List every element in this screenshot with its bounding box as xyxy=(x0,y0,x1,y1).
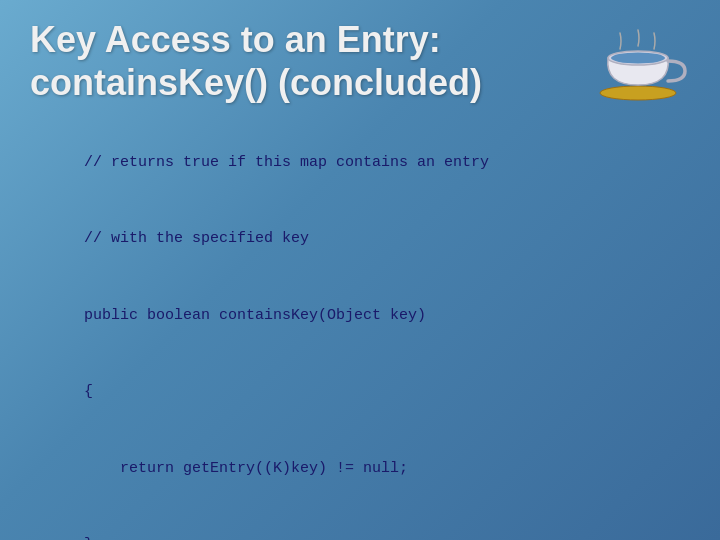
slide-title: Key Access to an Entry: containsKey() (c… xyxy=(30,18,482,104)
title-line1: Key Access to an Entry: xyxy=(30,18,482,61)
slide: Key Access to an Entry: containsKey() (c… xyxy=(0,0,720,540)
code-line-6: } xyxy=(84,536,93,540)
content-area: // returns true if this map contains an … xyxy=(0,114,720,540)
code-block: // returns true if this map contains an … xyxy=(30,124,690,540)
title-line2: containsKey() (concluded) xyxy=(30,61,482,104)
code-line-2: // with the specified key xyxy=(84,230,309,247)
code-line-1: // returns true if this map contains an … xyxy=(84,154,489,171)
code-line-5: return getEntry((K)key) != null; xyxy=(84,460,408,477)
teacup-icon xyxy=(590,13,690,103)
title-area: Key Access to an Entry: containsKey() (c… xyxy=(0,0,720,114)
svg-point-0 xyxy=(600,86,676,100)
code-line-4: { xyxy=(84,383,93,400)
svg-point-2 xyxy=(611,53,665,64)
code-line-3: public boolean containsKey(Object key) xyxy=(84,307,426,324)
